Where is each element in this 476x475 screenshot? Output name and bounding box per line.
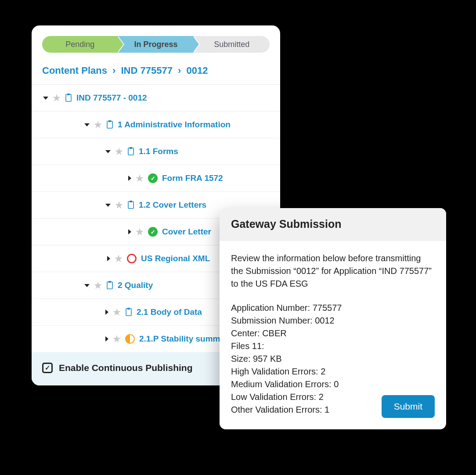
breadcrumb-item[interactable]: IND 775577	[121, 65, 172, 76]
clipboard-icon	[127, 147, 134, 156]
svg-rect-8	[107, 282, 112, 289]
svg-rect-9	[108, 281, 111, 283]
toggle-label: Enable Continuous Publishing	[59, 363, 193, 373]
svg-rect-11	[127, 308, 130, 309]
progress-step-label: Pending	[65, 40, 94, 49]
caret-right-icon[interactable]	[128, 229, 131, 234]
svg-rect-7	[130, 201, 132, 202]
progress-step-label: Submitted	[214, 40, 249, 49]
clipboard-icon	[106, 120, 113, 129]
caret-down-icon[interactable]	[84, 123, 90, 126]
star-icon[interactable]: ★	[136, 173, 144, 184]
svg-rect-5	[130, 147, 132, 149]
gateway-submission-modal: Gateway Submission Review the informatio…	[220, 208, 446, 429]
caret-right-icon[interactable]	[107, 256, 110, 261]
checkbox-checked-icon[interactable]	[42, 363, 53, 373]
caret-right-icon[interactable]	[128, 176, 131, 181]
svg-rect-10	[126, 309, 131, 316]
star-icon[interactable]: ★	[136, 227, 144, 237]
breadcrumb-item[interactable]: 0012	[186, 65, 208, 76]
progress-step-label: In Progress	[134, 40, 177, 49]
status-partial-icon	[125, 334, 135, 344]
svg-rect-3	[108, 120, 111, 122]
tree-node-label: 1.1 Forms	[139, 147, 271, 156]
submit-button[interactable]: Submit	[382, 395, 435, 418]
workflow-progress: Pending In Progress Submitted	[32, 25, 280, 53]
clipboard-icon	[125, 308, 132, 317]
field-medium-errors: Medium Validation Errors: 0	[231, 378, 435, 391]
modal-title: Gateway Submission	[220, 208, 446, 241]
tree-node-label: Form FRA 1572	[162, 173, 271, 183]
field-submission-number: Submission Number: 0012	[231, 314, 435, 327]
caret-down-icon[interactable]	[43, 97, 48, 100]
tree-node-section[interactable]: ★ 1 Administrative Information	[32, 112, 280, 138]
star-icon[interactable]: ★	[115, 146, 123, 157]
caret-right-icon[interactable]	[105, 336, 108, 342]
progress-step-submitted[interactable]: Submitted	[194, 36, 270, 53]
caret-down-icon[interactable]	[84, 284, 90, 287]
field-high-errors: High Validation Errors: 2	[231, 365, 435, 378]
modal-intro-text: Review the information below before tran…	[231, 252, 435, 290]
chevron-right-icon: ›	[112, 65, 115, 76]
star-icon[interactable]: ★	[113, 334, 121, 344]
tree-node-label: 1 Administrative Information	[118, 120, 271, 130]
svg-rect-4	[128, 148, 133, 155]
progress-step-pending[interactable]: Pending	[42, 36, 118, 53]
star-icon[interactable]: ★	[94, 119, 102, 130]
caret-down-icon[interactable]	[105, 150, 111, 153]
star-icon[interactable]: ★	[115, 200, 123, 210]
chevron-right-icon: ›	[178, 65, 181, 76]
caret-down-icon[interactable]	[105, 204, 111, 207]
star-icon[interactable]: ★	[113, 307, 121, 317]
field-files: Files 11:	[231, 340, 435, 353]
caret-right-icon[interactable]	[105, 309, 108, 315]
field-size: Size: 957 KB	[231, 353, 435, 365]
svg-rect-6	[128, 202, 133, 209]
breadcrumb: Content Plans › IND 775577 › 0012	[32, 53, 280, 84]
status-empty-icon	[127, 254, 137, 263]
svg-rect-0	[66, 94, 71, 101]
breadcrumb-item[interactable]: Content Plans	[42, 65, 107, 76]
star-icon[interactable]: ★	[53, 93, 61, 103]
progress-step-in-progress[interactable]: In Progress	[118, 36, 194, 53]
star-icon[interactable]: ★	[115, 253, 123, 264]
clipboard-icon	[127, 201, 134, 209]
tree-node-section[interactable]: ★ 1.1 Forms	[32, 138, 280, 165]
clipboard-icon	[106, 281, 113, 290]
clipboard-icon	[65, 94, 72, 102]
field-application-number: Application Number: 775577	[231, 302, 435, 314]
tree-node-root[interactable]: ★ IND 775577 - 0012	[32, 85, 280, 112]
star-icon[interactable]: ★	[94, 280, 102, 291]
field-center: Center: CBER	[231, 327, 435, 340]
tree-node-document[interactable]: ★ ✓ Form FRA 1572	[32, 165, 280, 192]
tree-node-label: IND 775577 - 0012	[76, 93, 271, 103]
svg-rect-2	[107, 121, 112, 128]
status-complete-icon: ✓	[148, 227, 158, 237]
svg-rect-1	[67, 94, 70, 95]
status-complete-icon: ✓	[148, 173, 158, 183]
